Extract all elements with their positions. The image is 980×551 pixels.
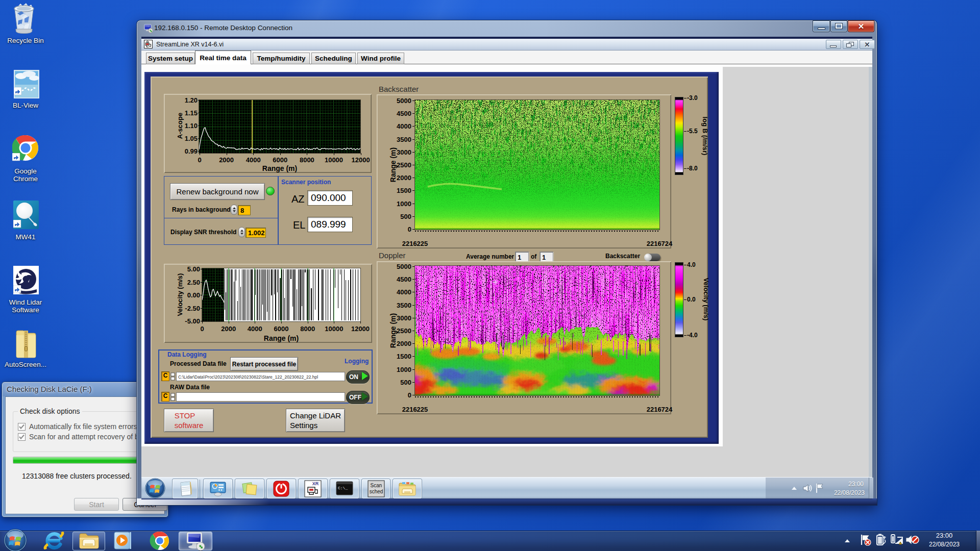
svg-text:XR: XR [312,481,319,486]
svg-text:sched: sched [369,489,383,494]
svg-text:Scan: Scan [370,483,382,488]
svg-text:C:\_: C:\_ [338,486,348,490]
